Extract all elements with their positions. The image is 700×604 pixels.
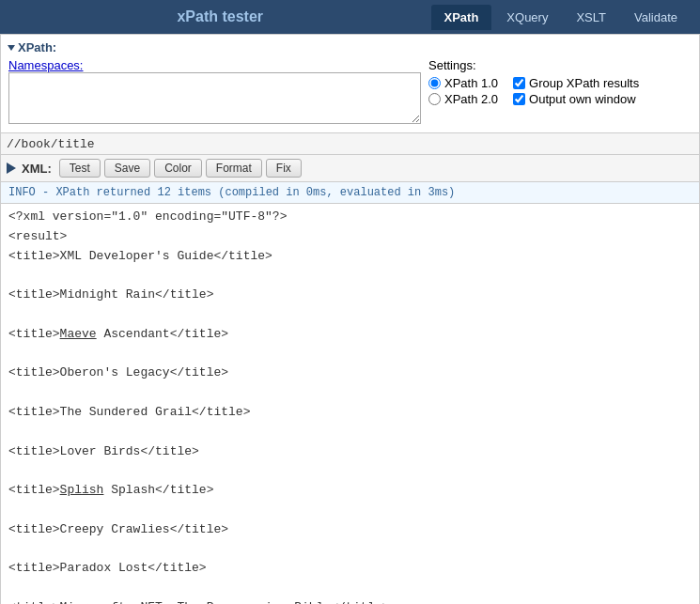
output-line [8, 383, 692, 403]
group-results-option[interactable]: Group XPath results [513, 76, 639, 90]
output-line [8, 266, 692, 286]
xpath10-radio[interactable] [428, 77, 441, 89]
output-line [8, 540, 692, 560]
fix-button[interactable]: Fix [266, 159, 302, 178]
output-line: <?xml version="1.0" encoding="UTF-8"?> [8, 208, 692, 227]
namespaces-textarea[interactable] [8, 72, 421, 124]
output-line [8, 423, 692, 442]
group-results-label: Group XPath results [529, 76, 639, 90]
tab-xpath[interactable]: XPath [431, 5, 492, 30]
xpath-body: Namespaces: Settings: XPath 1.0 XPath 2.… [8, 58, 692, 127]
tab-validate[interactable]: Validate [621, 5, 691, 30]
output-line: <result> [8, 227, 692, 247]
output-line: <title>Oberon's Legacy</title> [8, 364, 692, 383]
xpath-input[interactable] [7, 137, 693, 151]
settings-label: Settings: [428, 58, 692, 72]
save-button[interactable]: Save [104, 159, 150, 178]
xml-toolbar-label: XML: [22, 162, 52, 176]
output-window-label: Output own window [529, 92, 635, 106]
xpath-version-radio-group: XPath 1.0 XPath 2.0 [428, 76, 498, 106]
settings-checkbox-group: Group XPath results Output own window [513, 76, 639, 106]
output-window-checkbox[interactable] [513, 93, 525, 105]
group-results-checkbox[interactable] [513, 77, 525, 89]
output-line: <title>XML Developer's Guide</title> [8, 247, 692, 267]
xpath-section: XPath: Namespaces: Settings: XPath 1.0 [1, 35, 699, 133]
xpath-section-label: XPath: [8, 40, 692, 54]
settings-area: Settings: XPath 1.0 XPath 2.0 [428, 58, 692, 127]
output-line [8, 579, 692, 598]
output-line [8, 501, 692, 520]
xpath20-radio[interactable] [428, 93, 441, 105]
test-button[interactable]: Test [59, 159, 101, 178]
namespaces-label[interactable]: Namespaces: [8, 58, 421, 72]
output-line: <title>Paradox Lost</title> [8, 559, 692, 579]
output-area: <?xml version="1.0" encoding="UTF-8"?> <… [1, 204, 699, 604]
output-window-option[interactable]: Output own window [513, 92, 639, 106]
output-line [8, 461, 692, 481]
tab-xslt[interactable]: XSLT [563, 5, 619, 30]
color-button[interactable]: Color [154, 159, 202, 178]
main-content: XPath: Namespaces: Settings: XPath 1.0 [0, 34, 700, 604]
xpath-input-bar [1, 133, 699, 155]
settings-row: XPath 1.0 XPath 2.0 Group XPath results [428, 76, 692, 106]
xpath10-label: XPath 1.0 [444, 76, 498, 90]
header-tabs: XPath XQuery XSLT Validate [431, 5, 692, 30]
output-line [8, 305, 692, 325]
output-line [8, 345, 692, 364]
xpath10-option[interactable]: XPath 1.0 [428, 76, 498, 90]
output-line: <title>Splish Splash</title> [8, 481, 692, 501]
output-line: <title>Microsoft .NET: The Programming B… [8, 598, 692, 604]
output-line: <title>Creepy Crawlies</title> [8, 520, 692, 540]
tab-xquery[interactable]: XQuery [493, 5, 561, 30]
output-line: <title>The Sundered Grail</title> [8, 403, 692, 423]
namespaces-area: Namespaces: [8, 58, 421, 127]
xpath-label-text: XPath: [18, 40, 56, 54]
output-line: <title>Maeve Ascendant</title> [8, 325, 692, 345]
info-text: INFO - XPath returned 12 items (compiled… [8, 186, 455, 199]
output-line: <title>Midnight Rain</title> [8, 286, 692, 305]
info-bar: INFO - XPath returned 12 items (compiled… [1, 182, 699, 204]
output-line: <title>Lover Birds</title> [8, 442, 692, 462]
xml-toolbar: XML: Test Save Color Format Fix [1, 155, 699, 182]
app-header: xPath tester XPath XQuery XSLT Validate [0, 0, 700, 34]
format-button[interactable]: Format [206, 159, 262, 178]
xpath20-option[interactable]: XPath 2.0 [428, 92, 498, 106]
play-icon[interactable] [7, 163, 16, 174]
app-title: xPath tester [9, 8, 431, 25]
collapse-icon[interactable] [8, 45, 15, 51]
xpath20-label: XPath 2.0 [444, 92, 498, 106]
